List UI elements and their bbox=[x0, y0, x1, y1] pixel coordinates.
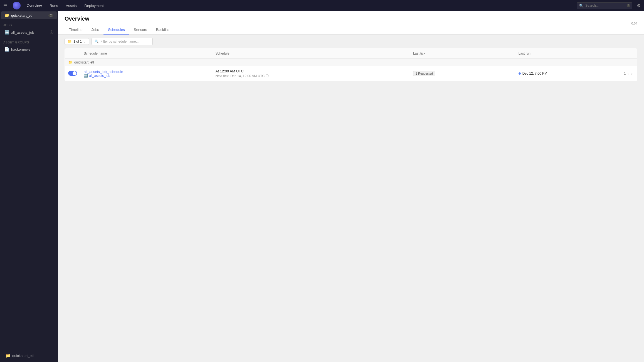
count-folder-icon: 📁 bbox=[68, 40, 72, 43]
tab-sensors[interactable]: Sensors bbox=[129, 25, 152, 35]
folder-icon: 📁 bbox=[4, 13, 9, 18]
toggle-knob bbox=[73, 71, 77, 75]
filter-input[interactable] bbox=[100, 40, 150, 43]
tab-timeline[interactable]: Timeline bbox=[65, 25, 87, 35]
bottom-workspace-label: quickstart_etl bbox=[12, 354, 34, 358]
asset-groups-section-label: Asset Groups bbox=[0, 37, 58, 45]
main-content: Overview Timeline Jobs Schedules Sensors… bbox=[58, 11, 644, 362]
tab-backfills[interactable]: Backfills bbox=[152, 25, 174, 35]
schedules-table: Schedule name Schedule Last tick Last ru… bbox=[65, 48, 637, 81]
last-run-cell: Dec 12, 7:00 PM bbox=[515, 66, 621, 81]
nav-deployment[interactable]: Deployment bbox=[83, 3, 105, 9]
filter-input-container[interactable]: 🔍 bbox=[92, 38, 153, 45]
count-label: 1 of 1 bbox=[73, 40, 82, 43]
col-last-tick-header: Last tick bbox=[410, 49, 515, 58]
filter-search-icon: 🔍 bbox=[95, 40, 99, 43]
table-row: all_assets_job_schedule 🆕 all_assets_job… bbox=[65, 66, 637, 81]
count-badge[interactable]: 📁 1 of 1 ⌄ bbox=[65, 38, 89, 45]
hamburger-icon[interactable]: ☰ bbox=[3, 3, 7, 8]
run-status-dot bbox=[519, 72, 521, 75]
job-link-icon: 🆕 bbox=[84, 74, 88, 78]
last-tick-cell: 1 Requested bbox=[410, 66, 515, 81]
next-tick-value: Dec 14, 12:00 AM UTC bbox=[230, 74, 265, 78]
group-folder-icon: 📁 bbox=[68, 60, 73, 64]
last-run-date: Dec 12, 7:00 PM bbox=[522, 72, 547, 75]
schedule-time: At 12:00 AM UTC bbox=[216, 69, 406, 73]
tabs-bar: Timeline Jobs Schedules Sensors Backfill… bbox=[65, 25, 631, 34]
sidebar-asset-group-label: hackernews bbox=[11, 47, 30, 52]
jobs-section-label: Jobs bbox=[0, 19, 58, 28]
sidebar-item-hackernews[interactable]: 📄 hackernews bbox=[1, 45, 57, 53]
last-tick-status-badge: 1 Requested bbox=[413, 71, 435, 76]
sidebar-workspace[interactable]: 📁 quickstart_etl 2 bbox=[1, 11, 57, 19]
next-tick-info-icon: ⓘ bbox=[266, 74, 269, 78]
next-tick-label: Next tick: bbox=[216, 74, 229, 78]
col-name-header: Schedule name bbox=[80, 49, 212, 58]
tab-schedules[interactable]: Schedules bbox=[103, 25, 129, 35]
sidebar-info-icon: ⓘ bbox=[50, 30, 53, 35]
schedule-job-link-container[interactable]: 🆕 all_assets_job bbox=[84, 74, 209, 78]
nav-runs[interactable]: Runs bbox=[48, 3, 60, 9]
prev-button[interactable]: ‹ bbox=[626, 71, 630, 76]
sidebar-job-label: all_assets_job bbox=[11, 30, 34, 35]
nav-overview[interactable]: Overview bbox=[25, 3, 43, 9]
row-num-cell: 1 ‹ › bbox=[621, 66, 637, 81]
col-num-header bbox=[621, 49, 637, 58]
schedule-cell: At 12:00 AM UTC Next tick: Dec 14, 12:00… bbox=[212, 66, 410, 81]
schedule-toggle[interactable] bbox=[68, 71, 77, 76]
col-last-run-header: Last run bbox=[515, 49, 621, 58]
page-header: Overview Timeline Jobs Schedules Sensors… bbox=[58, 11, 644, 35]
count-chevron-icon: ⌄ bbox=[83, 40, 86, 43]
sidebar-item-all-assets-job[interactable]: 🆕 all_assets_job ⓘ bbox=[1, 28, 57, 36]
nav-assets[interactable]: Assets bbox=[64, 3, 78, 9]
row-number: 1 bbox=[624, 72, 626, 75]
job-icon: 🆕 bbox=[4, 30, 9, 35]
page-title: Overview bbox=[65, 16, 631, 22]
col-schedule-header: Schedule bbox=[212, 49, 410, 58]
toolbar: 📁 1 of 1 ⌄ 🔍 bbox=[58, 35, 644, 48]
table-group-row: 📁 quickstart_etl bbox=[65, 58, 637, 66]
col-toggle-header bbox=[65, 49, 81, 58]
sidebar-workspace-label: quickstart_etl bbox=[11, 13, 33, 18]
tab-jobs[interactable]: Jobs bbox=[87, 25, 103, 35]
search-shortcut: / bbox=[627, 4, 630, 7]
search-input[interactable] bbox=[585, 4, 625, 8]
search-bar[interactable]: 🔍 / bbox=[577, 2, 632, 9]
top-nav: ☰ Overview Runs Assets Deployment 🔍 / ⚙ bbox=[0, 0, 644, 11]
main-layout: 📁 quickstart_etl 2 Jobs 🆕 all_assets_job… bbox=[0, 11, 644, 362]
schedule-job-name: all_assets_job bbox=[89, 74, 110, 78]
group-name: quickstart_etl bbox=[74, 60, 94, 64]
search-icon: 🔍 bbox=[579, 4, 584, 8]
sidebar: 📁 quickstart_etl 2 Jobs 🆕 all_assets_job… bbox=[0, 11, 58, 362]
settings-icon[interactable]: ⚙ bbox=[637, 3, 641, 8]
bottom-folder-icon: 📁 bbox=[6, 353, 10, 358]
asset-group-icon: 📄 bbox=[4, 47, 9, 52]
schedule-name-cell: all_assets_job_schedule 🆕 all_assets_job bbox=[80, 66, 212, 81]
workspace-badge: 2 bbox=[48, 14, 53, 17]
next-tick-row: Next tick: Dec 14, 12:00 AM UTC ⓘ bbox=[216, 74, 406, 78]
toggle-cell[interactable] bbox=[65, 66, 81, 81]
schedule-name-link[interactable]: all_assets_job_schedule bbox=[84, 70, 123, 74]
next-button[interactable]: › bbox=[630, 71, 634, 76]
app-logo bbox=[13, 2, 21, 9]
table-container: Schedule name Schedule Last tick Last ru… bbox=[58, 48, 644, 88]
table-header: Schedule name Schedule Last tick Last ru… bbox=[65, 49, 637, 58]
timer-badge: 0:04 bbox=[631, 21, 637, 26]
sidebar-bottom-workspace[interactable]: 📁 quickstart_etl bbox=[2, 352, 56, 359]
